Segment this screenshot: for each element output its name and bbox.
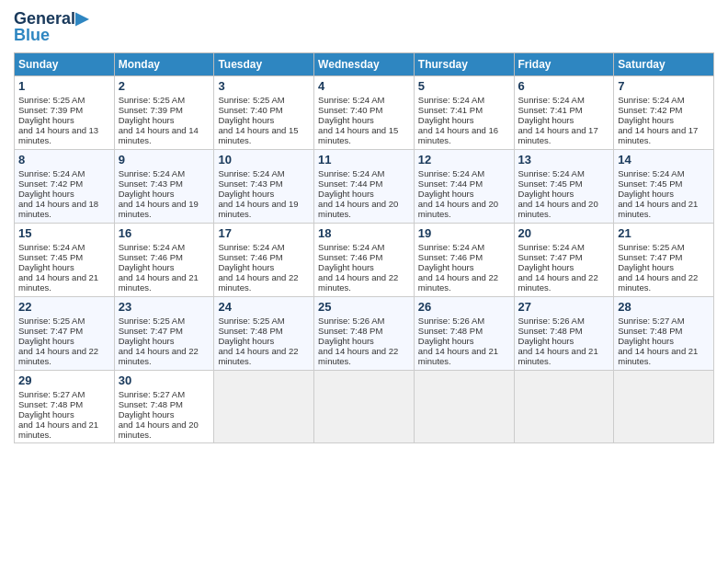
- sunrise: Sunrise: 5:24 AM: [418, 242, 484, 252]
- calendar-cell: 17Sunrise: 5:24 AMSunset: 7:46 PMDayligh…: [214, 223, 314, 296]
- sunset: Sunset: 7:45 PM: [18, 252, 83, 262]
- day-number: 23: [119, 300, 210, 314]
- day-number: 9: [119, 153, 210, 167]
- day-header: Thursday: [414, 52, 514, 75]
- day-number: 13: [518, 153, 610, 167]
- day-number: 11: [318, 153, 410, 167]
- daylight-label: Daylight hours: [518, 189, 574, 199]
- sunrise: Sunrise: 5:24 AM: [318, 242, 384, 252]
- day-number: 5: [418, 79, 510, 93]
- calendar-cell: 8Sunrise: 5:24 AMSunset: 7:42 PMDaylight…: [15, 149, 115, 223]
- day-number: 25: [318, 300, 410, 314]
- sunrise: Sunrise: 5:24 AM: [418, 95, 484, 105]
- calendar-cell: [214, 370, 314, 442]
- daylight-value: and 14 hours and 13 minutes.: [18, 125, 98, 145]
- sunrise: Sunrise: 5:24 AM: [18, 168, 85, 178]
- sunset: Sunset: 7:47 PM: [119, 326, 183, 336]
- calendar-cell: 23Sunrise: 5:25 AMSunset: 7:47 PMDayligh…: [114, 296, 214, 370]
- calendar-cell: 19Sunrise: 5:24 AMSunset: 7:46 PMDayligh…: [414, 223, 514, 296]
- day-number: 28: [618, 300, 710, 314]
- daylight-value: and 14 hours and 22 minutes.: [218, 272, 298, 293]
- sunset: Sunset: 7:41 PM: [418, 105, 483, 115]
- day-header: Sunday: [15, 52, 115, 75]
- day-number: 27: [518, 300, 610, 314]
- sunrise: Sunrise: 5:26 AM: [318, 316, 384, 326]
- daylight-value: and 14 hours and 21 minutes.: [418, 346, 498, 366]
- daylight-value: and 14 hours and 22 minutes.: [218, 346, 298, 366]
- sunset: Sunset: 7:46 PM: [418, 252, 483, 262]
- daylight-value: and 14 hours and 17 minutes.: [618, 125, 698, 145]
- sunset: Sunset: 7:43 PM: [119, 178, 183, 189]
- calendar-cell: 16Sunrise: 5:24 AMSunset: 7:46 PMDayligh…: [114, 223, 214, 296]
- day-header: Monday: [114, 52, 214, 75]
- sunrise: Sunrise: 5:24 AM: [518, 95, 585, 105]
- daylight-value: and 14 hours and 15 minutes.: [318, 125, 398, 145]
- calendar-cell: 30Sunrise: 5:27 AMSunset: 7:48 PMDayligh…: [114, 370, 214, 442]
- daylight-label: Daylight hours: [318, 189, 374, 199]
- daylight-value: and 14 hours and 21 minutes.: [518, 346, 598, 366]
- daylight-label: Daylight hours: [18, 262, 74, 272]
- calendar-cell: 15Sunrise: 5:24 AMSunset: 7:45 PMDayligh…: [15, 223, 115, 296]
- calendar-cell: 27Sunrise: 5:26 AMSunset: 7:48 PMDayligh…: [514, 296, 614, 370]
- sunset: Sunset: 7:44 PM: [318, 178, 382, 189]
- day-number: 18: [318, 226, 410, 240]
- daylight-value: and 14 hours and 20 minutes.: [318, 199, 398, 219]
- day-number: 4: [318, 79, 410, 93]
- sunset: Sunset: 7:47 PM: [18, 326, 83, 336]
- sunset: Sunset: 7:39 PM: [18, 105, 83, 115]
- sunset: Sunset: 7:45 PM: [518, 178, 583, 189]
- calendar-cell: 2Sunrise: 5:25 AMSunset: 7:39 PMDaylight…: [114, 75, 214, 149]
- day-number: 1: [18, 79, 110, 93]
- daylight-value: and 14 hours and 19 minutes.: [218, 199, 298, 219]
- day-number: 16: [119, 226, 210, 240]
- day-number: 30: [119, 373, 210, 387]
- calendar-cell: [314, 370, 415, 442]
- daylight-label: Daylight hours: [618, 115, 674, 125]
- daylight-label: Daylight hours: [618, 189, 674, 199]
- calendar-cell: 5Sunrise: 5:24 AMSunset: 7:41 PMDaylight…: [414, 75, 514, 149]
- day-number: 6: [518, 79, 610, 93]
- daylight-value: and 14 hours and 20 minutes.: [119, 419, 199, 440]
- sunset: Sunset: 7:48 PM: [618, 326, 682, 336]
- daylight-value: and 14 hours and 22 minutes.: [119, 346, 199, 366]
- calendar-cell: 29Sunrise: 5:27 AMSunset: 7:48 PMDayligh…: [15, 370, 115, 442]
- daylight-label: Daylight hours: [618, 336, 674, 346]
- daylight-label: Daylight hours: [418, 115, 474, 125]
- daylight-value: and 14 hours and 19 minutes.: [119, 199, 199, 219]
- sunrise: Sunrise: 5:25 AM: [218, 316, 284, 326]
- daylight-label: Daylight hours: [218, 189, 274, 199]
- daylight-value: and 14 hours and 22 minutes.: [518, 272, 598, 293]
- sunset: Sunset: 7:40 PM: [218, 105, 282, 115]
- daylight-label: Daylight hours: [218, 336, 274, 346]
- sunrise: Sunrise: 5:27 AM: [18, 389, 85, 399]
- day-number: 20: [518, 226, 610, 240]
- sunrise: Sunrise: 5:24 AM: [418, 168, 484, 178]
- sunset: Sunset: 7:46 PM: [119, 252, 183, 262]
- sunset: Sunset: 7:48 PM: [18, 399, 83, 409]
- sunrise: Sunrise: 5:24 AM: [518, 168, 585, 178]
- calendar-cell: 20Sunrise: 5:24 AMSunset: 7:47 PMDayligh…: [514, 223, 614, 296]
- daylight-label: Daylight hours: [518, 262, 574, 272]
- sunrise: Sunrise: 5:24 AM: [218, 168, 284, 178]
- sunrise: Sunrise: 5:25 AM: [618, 242, 684, 252]
- day-number: 17: [218, 226, 310, 240]
- daylight-value: and 14 hours and 20 minutes.: [518, 199, 598, 219]
- sunset: Sunset: 7:47 PM: [518, 252, 583, 262]
- header: General▶ Blue: [14, 9, 714, 45]
- daylight-value: and 14 hours and 21 minutes.: [18, 272, 98, 293]
- day-number: 8: [18, 153, 110, 167]
- daylight-label: Daylight hours: [119, 409, 175, 419]
- day-number: 21: [618, 226, 710, 240]
- calendar-cell: 21Sunrise: 5:25 AMSunset: 7:47 PMDayligh…: [614, 223, 714, 296]
- day-number: 26: [418, 300, 510, 314]
- daylight-value: and 14 hours and 17 minutes.: [518, 125, 598, 145]
- sunrise: Sunrise: 5:25 AM: [218, 95, 284, 105]
- sunrise: Sunrise: 5:24 AM: [618, 168, 684, 178]
- daylight-value: and 14 hours and 21 minutes.: [119, 272, 199, 293]
- calendar-cell: [614, 370, 714, 442]
- sunset: Sunset: 7:41 PM: [518, 105, 583, 115]
- calendar-cell: 14Sunrise: 5:24 AMSunset: 7:45 PMDayligh…: [614, 149, 714, 223]
- day-number: 19: [418, 226, 510, 240]
- daylight-label: Daylight hours: [418, 336, 474, 346]
- day-number: 22: [18, 300, 110, 314]
